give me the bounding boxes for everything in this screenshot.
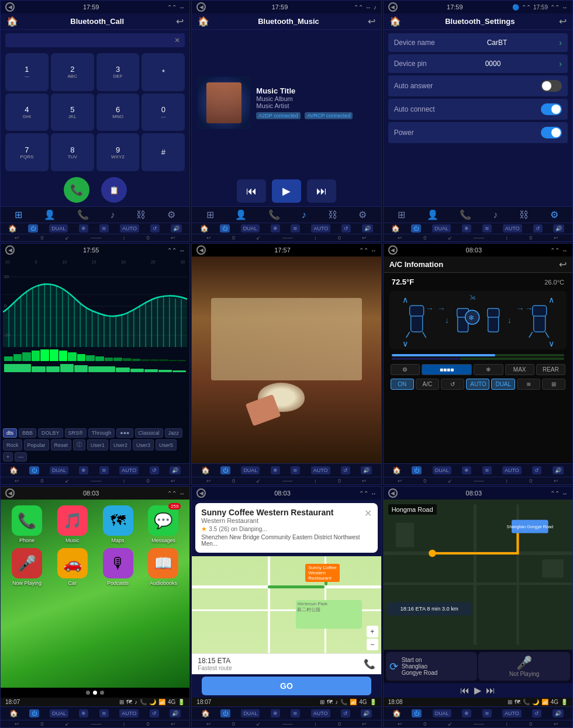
snow-carplay[interactable]: ❄	[79, 709, 88, 717]
clear-icon-call[interactable]: ✕	[174, 36, 180, 44]
ac-btn-recirculate[interactable]: ↺	[441, 379, 464, 390]
navtbt-map[interactable]: Hongma Road Shangliao Gongye Road	[384, 500, 572, 650]
snow-navpanel[interactable]: ❄	[271, 709, 280, 717]
nav-music-settings[interactable]: ♪	[493, 210, 498, 220]
back-icon-ac[interactable]: ↩	[559, 259, 567, 270]
ac-btn-fan[interactable]: ❄	[474, 364, 503, 375]
eq-btn-user2[interactable]: User2	[110, 439, 131, 450]
eq-btn-minus[interactable]: —	[15, 452, 27, 462]
app-music[interactable]: 🎵 Music	[52, 505, 93, 543]
auto-ac[interactable]: AUTO	[502, 466, 522, 474]
eq-btn-popular[interactable]: Popular	[24, 439, 49, 450]
nav-settings-music[interactable]: ⚙	[358, 209, 367, 220]
navtbt-play[interactable]: ▶	[474, 685, 481, 696]
call-button-dial[interactable]: 📞	[64, 177, 89, 203]
home-icon-call[interactable]: 🏠	[6, 16, 18, 27]
nav-link-icon[interactable]: ⛓	[136, 210, 146, 220]
climate-snow[interactable]: ❄	[79, 224, 88, 233]
auto-video[interactable]: AUTO	[311, 466, 330, 474]
nav-phone-icon[interactable]: 📞	[77, 209, 89, 220]
dual-carplay[interactable]: DUAL	[50, 709, 68, 717]
climate-steer[interactable]: ↺	[150, 224, 160, 233]
dot-2[interactable]	[93, 691, 97, 695]
settings-auto-connect[interactable]: Auto connect	[388, 99, 568, 120]
settings-device-pin[interactable]: Device pin 0000 ›	[388, 54, 568, 73]
toggle-power[interactable]	[541, 127, 562, 138]
dial-key-7[interactable]: 7PQRS	[5, 133, 49, 171]
dial-key-1[interactable]: 1—	[5, 53, 49, 91]
back-icon-call[interactable]: ↩	[176, 16, 184, 27]
steer-ac[interactable]: ↺	[532, 466, 541, 474]
ac-btn-defrost-front[interactable]: ≋	[517, 379, 540, 390]
climate-dual[interactable]: DUAL	[49, 224, 68, 233]
ac-btn-gear[interactable]: ⚙	[391, 364, 420, 375]
steer-eq[interactable]: ↺	[150, 466, 159, 474]
dual-ac[interactable]: DUAL	[433, 466, 451, 474]
dial-key-3[interactable]: 3DEF	[96, 53, 140, 91]
vol-navpanel[interactable]: 🔊	[361, 709, 372, 717]
climate-auto-settings[interactable]: AUTO	[503, 224, 522, 233]
app-messages[interactable]: 💬 259 Messages	[143, 505, 184, 543]
power-navtbt[interactable]: ⏻	[412, 709, 422, 717]
search-input-call[interactable]	[10, 36, 174, 44]
snow-eq[interactable]: ❄	[79, 466, 88, 474]
dual-eq[interactable]: DUAL	[50, 466, 68, 474]
dial-key-4[interactable]: 4GHI	[5, 93, 49, 131]
dot-1[interactable]	[86, 691, 90, 695]
auto-navtbt[interactable]: AUTO	[502, 709, 522, 717]
nav-home-eq[interactable]: 🏠	[9, 466, 18, 474]
home-icon-music[interactable]: 🏠	[198, 16, 209, 27]
dot-3[interactable]	[100, 691, 104, 695]
power-navpanel[interactable]: ⏻	[220, 709, 230, 717]
vol-carplay[interactable]: 🔊	[170, 709, 181, 717]
back-button-call[interactable]: ◀	[5, 2, 15, 12]
ac-btn-ac[interactable]: A/C	[416, 379, 439, 390]
flow-navtbt[interactable]: ≋	[482, 709, 492, 717]
climate-dual-settings[interactable]: DUAL	[432, 224, 451, 233]
auto-carplay[interactable]: AUTO	[119, 709, 139, 717]
app-maps[interactable]: 🗺 Maps	[98, 505, 139, 543]
dial-key-6[interactable]: 6MNO	[96, 93, 140, 131]
climate-vol[interactable]: 🔊	[171, 224, 182, 233]
ac-btn-auto[interactable]: AUTO	[466, 379, 489, 390]
zoom-out[interactable]: −	[367, 639, 378, 650]
dial-key-8[interactable]: 8TUV	[51, 133, 94, 171]
nav-link-settings[interactable]: ⛓	[519, 210, 529, 220]
app-now-playing[interactable]: 🎤 Now Playing	[6, 548, 47, 586]
auto-eq[interactable]: AUTO	[119, 466, 139, 474]
nav-map[interactable]: Xin'ercun Park新二村公园 Sunny CoffeeWesternR…	[192, 556, 381, 653]
zoom-in[interactable]: +	[367, 626, 378, 637]
back-button-music[interactable]: ◀	[196, 2, 206, 12]
eq-btn-info[interactable]: ⓘ	[73, 439, 85, 450]
nav-close-button[interactable]: ✕	[364, 508, 372, 519]
dial-key-hash[interactable]: #	[141, 133, 185, 171]
settings-power[interactable]: Power	[388, 122, 568, 143]
climate-home-music[interactable]: 🏠	[200, 224, 209, 233]
nav-menu-icon[interactable]: ⊞	[15, 209, 22, 220]
vol-navtbt[interactable]: 🔊	[553, 709, 564, 717]
nav-settings-icon[interactable]: ⚙	[167, 209, 175, 220]
steer-navpanel[interactable]: ↺	[341, 709, 350, 717]
nav-person-icon[interactable]: 👤	[44, 209, 56, 220]
power-ac[interactable]: ⏻	[412, 466, 422, 474]
eq-btn-dots[interactable]: ●●●	[116, 428, 133, 438]
eq-btn-user5[interactable]: User5	[156, 439, 177, 450]
eq-btn-plus[interactable]: +	[3, 452, 13, 462]
back-button-nav[interactable]: ◀	[196, 488, 206, 498]
nav-music-music[interactable]: ♪	[302, 210, 306, 220]
prev-button[interactable]: ⏮	[237, 179, 266, 203]
settings-auto-answer[interactable]: Auto answer	[388, 75, 568, 96]
climate-power[interactable]: ⏻	[28, 224, 38, 233]
steer-carplay[interactable]: ↺	[150, 709, 159, 717]
nav-home-ac[interactable]: 🏠	[392, 466, 401, 474]
power-video[interactable]: ⏻	[220, 466, 230, 474]
nav-music-icon[interactable]: ♪	[111, 210, 115, 220]
vol-ac[interactable]: 🔊	[553, 466, 564, 474]
climate-power-settings[interactable]: ⏻	[411, 224, 421, 233]
power-carplay[interactable]: ⏻	[29, 709, 39, 717]
auto-navpanel[interactable]: AUTO	[311, 709, 330, 717]
nav-person-music[interactable]: 👤	[235, 209, 247, 220]
climate-flow-music[interactable]: ≋	[291, 224, 300, 233]
back-button-carplay[interactable]: ◀	[5, 488, 15, 498]
climate-snow-settings[interactable]: ❄	[462, 224, 471, 233]
